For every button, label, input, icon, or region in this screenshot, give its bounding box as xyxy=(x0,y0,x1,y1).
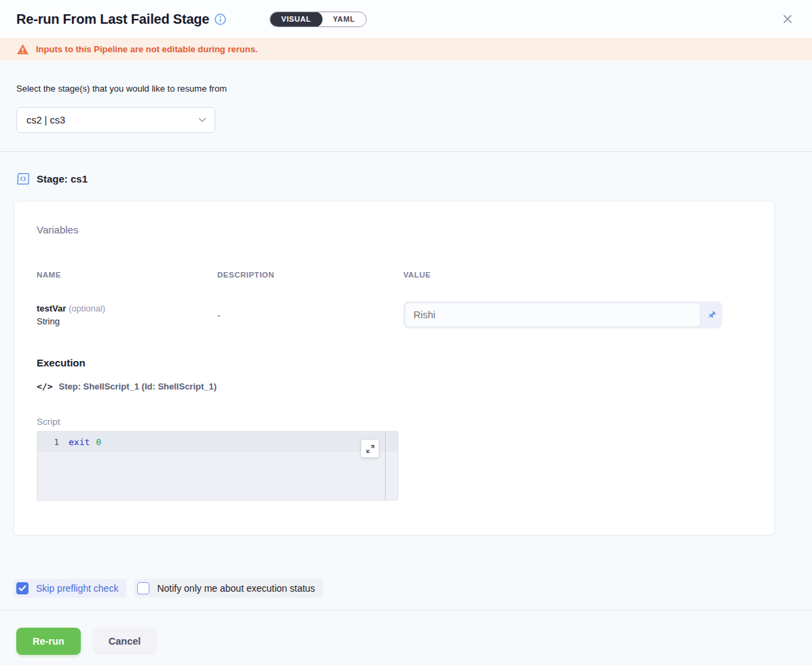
variable-name-cell: testVar (optional) String xyxy=(37,303,217,326)
toggle-yaml[interactable]: YAML xyxy=(322,12,366,27)
column-header-name: NAME xyxy=(37,271,217,279)
notify-me-option[interactable]: Notify only me about execution status xyxy=(134,579,323,598)
skip-preflight-option[interactable]: Skip preflight check xyxy=(14,579,126,598)
action-buttons: Re-run Cancel xyxy=(16,628,812,655)
variable-value-cell xyxy=(403,301,722,328)
notify-me-label: Notify only me about execution status xyxy=(157,583,315,594)
cancel-button[interactable]: Cancel xyxy=(92,628,158,655)
editor-scrollbar[interactable] xyxy=(385,432,386,500)
warning-banner: Inputs to this Pipeline are not editable… xyxy=(0,38,812,60)
visual-yaml-toggle: VISUAL YAML xyxy=(270,12,367,27)
page-title: Re-run From Last Failed Stage xyxy=(16,12,209,27)
rerun-button[interactable]: Re-run xyxy=(16,628,81,655)
skip-preflight-checkbox[interactable] xyxy=(16,582,29,594)
stage-heading-label: Stage: cs1 xyxy=(37,173,88,185)
stage-select-section: Select the stage(s) that you would like … xyxy=(0,60,812,133)
stage-select-label: Select the stage(s) that you would like … xyxy=(16,83,796,94)
notify-me-checkbox[interactable] xyxy=(137,582,149,594)
variable-value-input[interactable] xyxy=(405,303,701,327)
stage-heading: Stage: cs1 xyxy=(16,172,796,185)
column-header-value: VALUE xyxy=(403,271,722,279)
footer-divider xyxy=(0,610,812,611)
pin-icon[interactable] xyxy=(702,301,722,328)
code-value: 0 xyxy=(96,437,101,447)
step-row: </> Step: ShellScript_1 (Id: ShellScript… xyxy=(37,381,774,392)
script-code-editor[interactable]: 1 exit 0 xyxy=(37,431,399,501)
code-keyword: exit xyxy=(69,437,90,447)
code-step-icon: </> xyxy=(37,381,52,392)
custom-stage-icon xyxy=(16,172,30,185)
column-header-description: DESCRIPTION xyxy=(217,271,403,279)
warning-text: Inputs to this Pipeline are not editable… xyxy=(36,44,257,54)
variables-heading: Variables xyxy=(37,224,774,235)
section-divider xyxy=(0,151,812,152)
stage-select-value: cs2 | cs3 xyxy=(26,115,65,126)
expand-editor-button[interactable] xyxy=(361,440,379,457)
options-row: Skip preflight check Notify only me abou… xyxy=(14,579,812,598)
stage-select-dropdown[interactable]: cs2 | cs3 xyxy=(16,107,215,133)
step-label: Step: ShellScript_1 (Id: ShellScript_1) xyxy=(58,381,217,392)
variable-value-wrapper xyxy=(403,301,722,328)
rerun-modal: Re-run From Last Failed Stage VISUAL YAM… xyxy=(0,0,812,665)
line-number: 1 xyxy=(37,437,69,447)
close-icon[interactable] xyxy=(779,11,796,27)
execution-heading: Execution xyxy=(37,357,774,368)
code-line: 1 exit 0 xyxy=(37,432,398,452)
modal-header: Re-run From Last Failed Stage VISUAL YAM… xyxy=(0,0,812,38)
chevron-down-icon xyxy=(198,117,206,123)
skip-preflight-label: Skip preflight check xyxy=(36,583,118,594)
stage-card: Variables NAME DESCRIPTION VALUE testVar… xyxy=(14,201,775,535)
table-header-row: NAME DESCRIPTION VALUE xyxy=(37,271,774,279)
variable-optional-tag: (optional) xyxy=(69,303,105,314)
variable-description: - xyxy=(217,310,403,320)
script-label: Script xyxy=(37,417,774,427)
variable-name: testVar xyxy=(37,303,66,314)
warning-icon xyxy=(16,43,29,55)
info-icon[interactable] xyxy=(215,14,226,25)
toggle-visual[interactable]: VISUAL xyxy=(270,12,322,27)
variable-type: String xyxy=(37,316,217,326)
table-row: testVar (optional) String - xyxy=(37,301,774,328)
variables-table: NAME DESCRIPTION VALUE testVar (optional… xyxy=(37,271,774,328)
